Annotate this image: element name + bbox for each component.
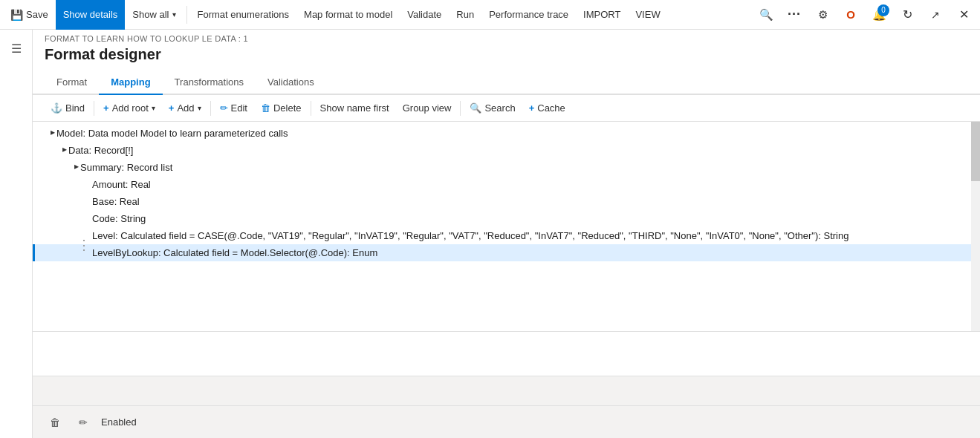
action-separator-1 [94,101,94,116]
validate-button[interactable]: Validate [400,0,449,30]
tab-mapping[interactable]: Mapping [99,71,162,95]
tree-node-model-root[interactable]: ◄ Model: Data model Model to learn param… [33,125,980,142]
toolbar-separator-1 [186,6,187,24]
refresh-button[interactable]: ↻ [894,1,921,28]
status-bar: 🗑 ✏ Enabled [33,405,980,438]
edit-icon: ✏ [220,102,228,114]
summary-text: Summary: Record list [80,162,172,173]
level-text: Level: Calculated field = CASE(@.Code, "… [92,230,848,241]
scrollbar-thumb[interactable] [971,122,980,181]
top-toolbar: 💾 Save Show details Show all ▾ Format en… [0,0,980,30]
tree-node-code[interactable]: Code: String [33,210,980,227]
tree-node-base[interactable]: Base: Real [33,193,980,210]
add-root-icon: + [103,102,109,114]
search-icon: 🔍 [759,8,773,22]
main-wrapper: ☰ FORMAT TO LEARN HOW TO LOOKUP LE DATA … [0,30,980,438]
action-bar: ⚓ Bind + Add root ▾ + Add ▾ ✏ Edit [33,95,980,122]
add-root-chevron: ▾ [152,104,155,112]
tab-validations[interactable]: Validations [256,71,326,95]
add-icon: + [169,102,175,114]
tree-area[interactable]: ⋮ ◄ Model: Data model Model to learn par… [33,122,980,331]
map-format-to-model-button[interactable]: Map format to model [296,0,400,30]
filter-sidebar: ☰ [0,30,33,438]
breadcrumb: FORMAT TO LEARN HOW TO LOOKUP LE DATA : … [33,30,980,45]
header-section: FORMAT TO LEARN HOW TO LOOKUP LE DATA : … [33,30,980,122]
tree-node-level[interactable]: Level: Calculated field = CASE(@.Code, "… [33,227,980,244]
filter-button[interactable]: ☰ [8,39,25,59]
more-options-button[interactable]: ··· [781,1,808,28]
model-root-expand-icon[interactable]: ◄ [45,129,56,137]
trash-button[interactable]: 🗑 [45,412,65,433]
delete-button[interactable]: 🗑 Delete [255,99,308,117]
show-details-button[interactable]: Show details [56,0,126,30]
chevron-down-icon: ▾ [172,10,176,19]
enabled-text: Enabled [101,416,137,428]
show-all-button[interactable]: Show all ▾ [125,0,183,30]
tab-bar: Format Mapping Transformations Validatio… [33,71,980,95]
cache-icon: + [529,102,535,114]
level-by-lookup-text: LevelByLookup: Calculated field = Model.… [92,247,377,258]
run-button[interactable]: Run [449,0,481,30]
code-text: Code: String [92,213,146,224]
external-link-button[interactable]: ↗ [922,1,949,28]
action-separator-3 [311,101,311,116]
notification-button[interactable]: 🔔 0 [866,1,892,28]
add-button[interactable]: + Add ▾ [163,99,207,117]
format-enumerations-button[interactable]: Format enumerations [190,0,297,30]
drag-handle[interactable]: ⋮ [77,237,91,253]
save-button[interactable]: 💾 Save [3,0,56,30]
model-root-text: Model: Data model Model to learn paramet… [56,128,288,139]
delete-icon: 🗑 [261,102,270,114]
close-button[interactable]: ✕ [950,1,977,28]
summary-expand-icon[interactable]: ◄ [68,163,80,171]
pencil-icon: ✏ [79,416,88,428]
action-separator-4 [460,101,461,116]
scrollbar-track[interactable] [971,122,980,331]
refresh-icon: ↻ [903,7,912,22]
notification-badge: 0 [877,4,889,16]
more-icon: ··· [788,7,801,22]
add-root-button[interactable]: + Add root ▾ [97,99,161,117]
settings-button[interactable]: ⚙ [809,1,836,28]
external-link-icon: ↗ [931,9,940,21]
edit-button[interactable]: ✏ Edit [214,99,253,117]
performance-trace-button[interactable]: Performance trace [481,0,576,30]
cache-button[interactable]: + Cache [523,99,571,117]
bottom-panel [33,331,980,405]
action-separator-2 [210,101,211,116]
tree-node-data-record[interactable]: ◄ Data: Record[!] [33,142,980,159]
filter-icon: ☰ [11,42,22,55]
show-name-first-button[interactable]: Show name first [314,99,395,117]
search-button[interactable]: 🔍 [753,1,779,28]
import-button[interactable]: IMPORT [576,0,628,30]
close-icon: ✕ [959,7,969,22]
tree-and-bottom: ⋮ ◄ Model: Data model Model to learn par… [33,122,980,438]
amount-text: Amount: Real [92,179,151,190]
add-chevron: ▾ [198,104,201,112]
base-text: Base: Real [92,196,140,207]
trash-icon: 🗑 [50,416,60,428]
page-title-container: Format designer [33,45,980,71]
bottom-panel-content [33,332,980,376]
toolbar-right: 🔍 ··· ⚙ O 🔔 0 ↻ ↗ ✕ [753,1,977,28]
main-col: FORMAT TO LEARN HOW TO LOOKUP LE DATA : … [33,30,980,438]
data-record-expand-icon[interactable]: ◄ [56,146,68,154]
tree-node-amount[interactable]: Amount: Real [33,176,980,193]
tree-node-summary[interactable]: ◄ Summary: Record list [33,159,980,176]
data-record-text: Data: Record[!] [68,145,133,156]
save-icon: 💾 [10,9,23,21]
tab-format[interactable]: Format [45,71,99,95]
pencil-button[interactable]: ✏ [73,412,94,433]
search-action-icon: 🔍 [470,102,481,114]
view-button[interactable]: VIEW [628,0,667,30]
search-action-button[interactable]: 🔍 Search [464,99,521,117]
group-view-button[interactable]: Group view [397,99,458,117]
tab-transformations[interactable]: Transformations [163,71,256,95]
bind-button[interactable]: ⚓ Bind [45,99,91,117]
office-button[interactable]: O [837,1,864,28]
bind-icon: ⚓ [51,102,62,114]
page-title: Format designer [45,46,161,62]
tree-node-level-by-lookup[interactable]: LevelByLookup: Calculated field = Model.… [33,244,980,261]
settings-icon: ⚙ [818,8,828,22]
